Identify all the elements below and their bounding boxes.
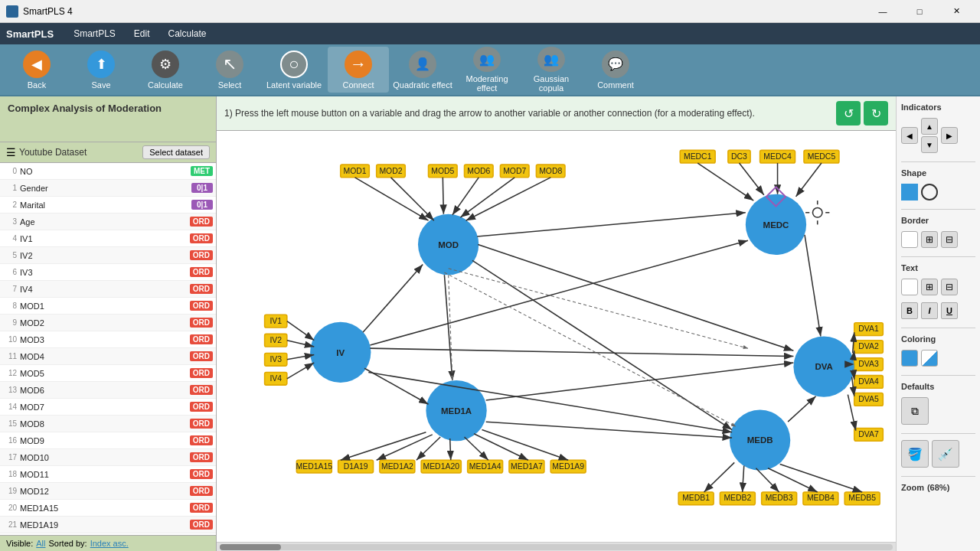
svg-line-35 <box>466 178 551 220</box>
indicators-up-button[interactable]: ▲ <box>921 118 938 135</box>
confirm-button[interactable]: ↻ <box>864 101 888 126</box>
indicators-down-button[interactable]: ▼ <box>921 136 938 153</box>
fill-color-swatch[interactable] <box>901 350 918 367</box>
gradient-color-swatch[interactable] <box>921 350 938 367</box>
defaults-copy-button[interactable]: ⧉ <box>901 397 929 425</box>
list-item[interactable]: 0 NO MET <box>0 163 216 180</box>
svg-line-85 <box>704 462 735 492</box>
border-grid-button[interactable]: ⊞ <box>921 231 938 248</box>
svg-text:DVA7: DVA7 <box>858 430 879 439</box>
var-number: 7 <box>3 285 20 293</box>
svg-text:MED1A7: MED1A7 <box>511 462 543 471</box>
border-color-swatch[interactable] <box>901 231 918 248</box>
gaussian-copula-button[interactable]: 👥 Gaussian copula <box>521 47 582 93</box>
list-item[interactable]: 21 MED1A19 ORD <box>0 517 216 533</box>
var-name: IV3 <box>20 268 190 277</box>
defaults-section-title: Defaults <box>901 382 975 391</box>
text-grid-button[interactable]: ⊞ <box>921 279 938 295</box>
instruction-bar: 1) Press the left mouse button on a vari… <box>217 96 896 131</box>
list-item[interactable]: 6 IV3 ORD <box>0 264 216 281</box>
svg-line-30 <box>355 178 429 220</box>
var-number: 3 <box>3 217 20 226</box>
hamburger-icon[interactable]: ☰ <box>6 146 16 158</box>
border-minus-button[interactable]: ⊟ <box>941 231 958 248</box>
all-link[interactable]: All <box>36 539 45 548</box>
svg-line-112 <box>368 372 732 432</box>
latent-variable-button[interactable]: ○ Latent variable <box>263 47 325 93</box>
text-color-swatch[interactable] <box>901 279 918 295</box>
list-item[interactable]: 19 MOD12 ORD <box>0 483 216 500</box>
save-button[interactable]: ⬆ Save <box>70 47 132 93</box>
connect-button[interactable]: → Connect <box>328 47 389 93</box>
back-button[interactable]: ◀ Back <box>6 47 67 93</box>
moderating-effect-button[interactable]: 👥 Moderating effect <box>456 47 518 93</box>
svg-text:MED1A9: MED1A9 <box>552 462 584 471</box>
italic-button[interactable]: I <box>921 302 938 319</box>
app-icon <box>6 5 18 18</box>
list-item[interactable]: 18 MOD11 ORD <box>0 466 216 483</box>
indicators-prev-button[interactable]: ◀ <box>901 127 918 144</box>
var-name: MOD11 <box>20 470 190 479</box>
list-item[interactable]: 10 MOD3 ORD <box>0 331 216 348</box>
list-item[interactable]: 4 IV1 ORD <box>0 230 216 247</box>
menu-edit[interactable]: Edit <box>126 25 158 42</box>
select-button[interactable]: ↖ Select <box>199 47 260 93</box>
text-minus-button[interactable]: ⊟ <box>941 279 958 295</box>
list-item[interactable]: 12 MOD5 ORD <box>0 365 216 382</box>
bold-button[interactable]: B <box>901 302 918 319</box>
var-badge: ORD <box>190 469 213 479</box>
indicators-next-button[interactable]: ▶ <box>941 127 958 144</box>
var-badge: ORD <box>190 520 213 530</box>
list-item[interactable]: 15 MOD8 ORD <box>0 416 216 432</box>
connect-label: Connect <box>343 80 374 90</box>
quadratic-effect-button[interactable]: 👤 Quadratic effect <box>392 47 453 93</box>
select-dataset-button[interactable]: Select dataset <box>142 145 210 159</box>
list-item[interactable]: 5 IV2 ORD <box>0 247 216 264</box>
list-item[interactable]: 2 Marital 0|1 <box>0 197 216 214</box>
refresh-button[interactable]: ↺ <box>836 101 861 126</box>
eyedropper-button[interactable]: 💉 <box>932 440 959 468</box>
list-item[interactable]: 14 MOD7 ORD <box>0 399 216 416</box>
var-name: MED1A19 <box>20 520 190 530</box>
var-number: 12 <box>3 369 20 377</box>
menu-smartpls[interactable]: SmartPLS <box>66 25 123 42</box>
svg-line-117 <box>477 213 746 236</box>
close-button[interactable]: ✕ <box>939 0 974 23</box>
svg-text:MED1A15: MED1A15 <box>296 462 333 471</box>
comment-button[interactable]: 💬 Comment <box>585 47 646 93</box>
scroll-thumb[interactable] <box>220 544 281 550</box>
svg-line-120 <box>486 363 794 400</box>
calculate-button[interactable]: ⚙ Calculate <box>135 47 196 93</box>
svg-line-122 <box>788 396 816 422</box>
svg-text:MEDC: MEDC <box>763 220 789 230</box>
list-item[interactable]: 1 Gender 0|1 <box>0 180 216 197</box>
var-number: 16 <box>3 436 20 445</box>
svg-text:DVA3: DVA3 <box>858 360 879 368</box>
list-item[interactable]: 16 MOD9 ORD <box>0 432 216 449</box>
var-name: MOD1 <box>20 302 190 311</box>
svg-line-34 <box>460 178 514 217</box>
index-asc-link[interactable]: Index asc. <box>90 539 129 548</box>
svg-text:MEDC4: MEDC4 <box>763 152 792 161</box>
horizontal-scrollbar[interactable] <box>217 542 896 551</box>
paint-bucket-button[interactable]: 🪣 <box>901 440 929 468</box>
var-name: MOD10 <box>20 453 190 462</box>
list-item[interactable]: 11 MOD4 ORD <box>0 348 216 365</box>
list-item[interactable]: 17 MOD10 ORD <box>0 449 216 466</box>
list-item[interactable]: 3 Age ORD <box>0 214 216 230</box>
list-item[interactable]: 13 MOD6 ORD <box>0 382 216 399</box>
minimize-button[interactable]: — <box>865 0 900 23</box>
svg-line-33 <box>452 178 479 215</box>
list-item[interactable]: 7 IV4 ORD <box>0 281 216 298</box>
svg-line-14 <box>287 355 314 360</box>
canvas-drawing-area[interactable]: IV1 IV2 IV3 IV4 IV MOD1 MOD2 <box>217 131 896 542</box>
square-shape-button[interactable] <box>901 184 918 201</box>
maximize-button[interactable]: □ <box>902 0 937 23</box>
menu-calculate[interactable]: Calculate <box>161 25 214 42</box>
svg-text:MEDB2: MEDB2 <box>724 494 751 502</box>
list-item[interactable]: 8 MOD1 ORD <box>0 298 216 315</box>
list-item[interactable]: 9 MOD2 ORD <box>0 315 216 331</box>
circle-shape-button[interactable] <box>921 184 938 201</box>
underline-button[interactable]: U <box>941 302 958 319</box>
list-item[interactable]: 20 MED1A15 ORD <box>0 500 216 517</box>
